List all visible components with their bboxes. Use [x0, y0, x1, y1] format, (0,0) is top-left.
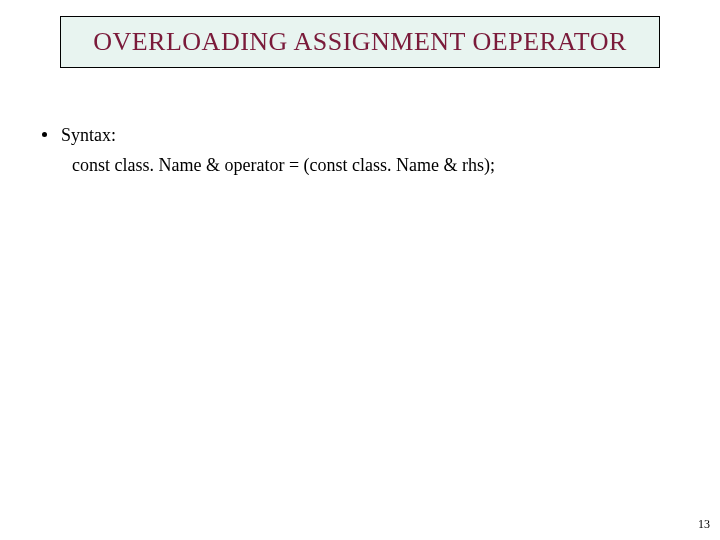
page-number: 13: [698, 517, 710, 532]
syntax-text: const class. Name & operator = (const cl…: [72, 152, 662, 180]
slide-body: Syntax: const class. Name & operator = (…: [42, 122, 662, 180]
slide: OVERLOADING ASSIGNMENT OEPERATOR Syntax:…: [0, 0, 720, 540]
bullet-item: Syntax:: [42, 122, 662, 150]
title-box: OVERLOADING ASSIGNMENT OEPERATOR: [60, 16, 660, 68]
bullet-icon: [42, 132, 47, 137]
slide-title: OVERLOADING ASSIGNMENT OEPERATOR: [93, 27, 627, 57]
bullet-label: Syntax:: [61, 122, 116, 150]
